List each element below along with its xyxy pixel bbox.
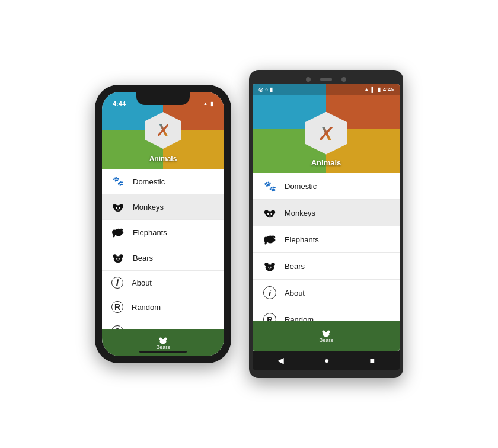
wifi-icon: ▲ [364, 87, 369, 92]
svg-point-35 [268, 267, 269, 268]
back-button[interactable]: ◀ [277, 356, 284, 365]
android-paw-icon: 🐾 [263, 180, 276, 193]
signal-icon: ▌ [372, 87, 375, 92]
r-circle-icon: R [111, 301, 123, 313]
home-button[interactable]: ● [324, 356, 329, 365]
proximity-sensor [341, 77, 346, 82]
android-monkey-icon [263, 206, 276, 219]
iphone-tab-bears: Bears [156, 336, 170, 350]
android-status-left-icons: ◎ ○ ▮ [258, 87, 273, 92]
android-hex-bg: X [305, 112, 347, 155]
iphone-notch [136, 92, 190, 105]
iphone-label-bears: Bears [133, 254, 153, 263]
android-label-bears: Bears [285, 262, 305, 271]
svg-point-15 [119, 258, 120, 260]
iphone-menu-item-domestic[interactable]: 🐾 Domestic [102, 169, 224, 194]
battery-status-icon: ▮ [270, 87, 273, 92]
battery-icon: ▮ [210, 101, 213, 107]
iphone-label-random: Random [132, 303, 161, 312]
svg-point-9 [122, 230, 123, 231]
logo-letter: X [158, 122, 169, 139]
svg-point-29 [271, 236, 275, 239]
iphone-home-indicator [139, 351, 187, 353]
android-label-about: About [285, 289, 305, 297]
circle-icon: ○ [265, 87, 268, 92]
battery-icon: ▮ [378, 87, 381, 92]
svg-point-40 [327, 330, 330, 333]
iphone-menu-item-monkeys[interactable]: Monkeys [102, 194, 224, 220]
android-app-title: Animals [311, 158, 341, 167]
monkey-icon [111, 200, 124, 213]
svg-point-36 [270, 267, 272, 268]
iphone-time: 4:44 [113, 100, 126, 107]
svg-point-24 [267, 213, 269, 215]
iphone-menu-item-about[interactable]: i About [102, 271, 224, 295]
iphone-screen: 4:44 ▲ ▮ X Animals [102, 92, 224, 356]
android-tab-bears-label: Bears [319, 337, 333, 343]
android-tab-bears: Bears [319, 329, 333, 343]
recent-button[interactable]: ■ [370, 356, 375, 365]
svg-point-20 [161, 339, 165, 343]
android-bear-icon [263, 260, 276, 273]
android-elephant-icon [263, 233, 276, 246]
iphone-label-about: About [132, 279, 152, 287]
front-camera [306, 77, 311, 82]
iphone-app-title: Animals [149, 155, 177, 163]
iphone-menu-list: 🐾 Domestic Mon [102, 169, 224, 344]
hexagon-logo: X [144, 111, 182, 149]
svg-point-4 [119, 207, 120, 209]
svg-point-5 [117, 209, 120, 211]
paw-icon: 🐾 [111, 175, 124, 188]
svg-point-39 [322, 330, 325, 333]
iphone-tab-bears-label: Bears [156, 344, 170, 350]
hex-bg: X [145, 112, 181, 149]
bear-icon [111, 251, 124, 264]
wifi-off-icon: ◎ [258, 87, 263, 92]
android-nav-bar: ◀ ● ■ [253, 351, 400, 370]
android-label-elephants: Elephants [285, 235, 319, 244]
android-label-monkeys: Monkeys [285, 209, 315, 217]
svg-point-25 [270, 213, 272, 215]
elephant-icon [111, 226, 124, 239]
android-header: X Animals [253, 84, 400, 173]
speaker [320, 78, 332, 81]
android-time: 4:45 [383, 87, 394, 92]
scene: 4:44 ▲ ▮ X Animals [0, 0, 498, 448]
android-menu-item-about[interactable]: i About [253, 280, 400, 306]
svg-point-16 [117, 260, 119, 261]
iphone-label-elephants: Elephants [133, 228, 167, 237]
svg-point-26 [269, 215, 272, 217]
info-icon: i [111, 277, 123, 289]
wifi-icon: ▲ [203, 101, 208, 107]
svg-point-14 [116, 258, 117, 260]
android-status-right: ▲ ▌ ▮ 4:45 [364, 87, 394, 92]
android-top-bar [253, 75, 400, 84]
android-label-domestic: Domestic [285, 182, 317, 191]
svg-point-3 [116, 207, 117, 209]
iphone-label-domestic: Domestic [133, 177, 165, 186]
android-info-icon: i [263, 286, 276, 299]
svg-point-8 [119, 229, 123, 232]
svg-point-37 [269, 268, 271, 269]
android-hexagon-logo: X [304, 111, 348, 155]
iphone-menu-item-bears[interactable]: Bears [102, 245, 224, 271]
android-bottom-tab: Bears [253, 321, 400, 351]
android-logo-letter: X [320, 124, 332, 143]
iphone-device: 4:44 ▲ ▮ X Animals [95, 85, 231, 363]
iphone-menu-item-elephants[interactable]: Elephants [102, 220, 224, 245]
android-status-bar: ◎ ○ ▮ ▲ ▌ ▮ 4:45 [253, 84, 400, 95]
iphone-status-icons: ▲ ▮ [203, 101, 213, 107]
android-screen: ◎ ○ ▮ ▲ ▌ ▮ 4:45 🎤 [253, 84, 400, 351]
svg-point-30 [273, 237, 274, 238]
iphone-menu-item-random[interactable]: R Random [102, 295, 224, 319]
android-menu-item-bears[interactable]: Bears [253, 253, 400, 280]
iphone-label-monkeys: Monkeys [133, 203, 164, 212]
android-menu-item-monkeys[interactable]: Monkeys [253, 200, 400, 226]
android-device: ◎ ○ ▮ ▲ ▌ ▮ 4:45 🎤 [249, 70, 403, 378]
android-menu-item-domestic[interactable]: 🐾 Domestic [253, 173, 400, 200]
android-menu-item-elephants[interactable]: Elephants [253, 226, 400, 253]
